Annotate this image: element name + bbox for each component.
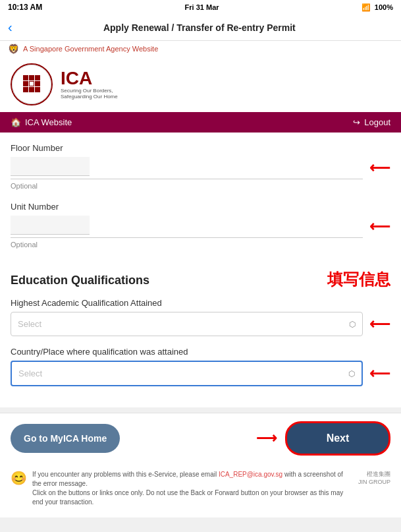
country-place-label: Country/Place where qualification was at…: [11, 347, 390, 357]
footer-email-link[interactable]: ICA_REP@ica.gov.sg: [219, 471, 282, 478]
country-select-wrapper: Select ⬡: [11, 361, 363, 386]
status-time: 10:13 AM: [8, 3, 42, 12]
country-select[interactable]: Select: [12, 362, 361, 385]
footer: 😊 If you encounter any problems with thi…: [0, 463, 401, 517]
ica-text: ICA Securing Our Borders, Safeguarding O…: [61, 69, 118, 100]
logout-label: Logout: [364, 117, 390, 127]
top-navigation: 🏠 ICA Website ↪ Logout: [0, 112, 401, 133]
next-button[interactable]: Next: [285, 421, 390, 456]
gov-banner: 🦁 A Singapore Government Agency Website: [0, 41, 401, 57]
ica-grid-icon: [23, 75, 40, 92]
smiley-icon: 😊: [11, 470, 27, 486]
unit-number-arrow: ⟵: [369, 218, 390, 235]
ica-tagline2: Safeguarding Our Home: [61, 94, 118, 100]
floor-number-input[interactable]: [11, 157, 90, 176]
ica-logo: [11, 63, 53, 105]
floor-number-hint: Optional: [11, 182, 38, 190]
country-arrow: ⟵: [369, 365, 390, 382]
next-arrow: ⟶: [256, 430, 277, 447]
ica-header: ICA Securing Our Borders, Safeguarding O…: [0, 57, 401, 112]
status-bar: 10:13 AM Fri 31 Mar 📶 100%: [0, 0, 401, 15]
annotation-text: 填写信息: [327, 269, 390, 290]
ica-tagline1: Securing Our Borders,: [61, 88, 118, 94]
form-content: Floor Number ⟵ Optional Unit Number ⟵ Op…: [0, 133, 401, 407]
floor-number-label: Floor Number: [11, 143, 390, 153]
unit-number-input[interactable]: [11, 216, 90, 235]
lion-icon: 🦁: [8, 44, 19, 54]
ica-name: ICA: [61, 69, 118, 88]
gov-banner-text: A Singapore Government Agency Website: [23, 45, 158, 53]
floor-number-arrow: ⟵: [369, 160, 390, 177]
status-icons: 📶 100%: [361, 3, 393, 12]
ica-website-label: ICA Website: [25, 117, 72, 127]
page-title: Apply Renewal / Transfer of Re-entry Per…: [19, 22, 380, 33]
logout-nav[interactable]: ↪ Logout: [353, 117, 390, 127]
nav-bar: ‹ Apply Renewal / Transfer of Re-entry P…: [0, 15, 401, 41]
battery-icon: 100%: [375, 3, 393, 11]
logout-icon: ↪: [353, 117, 360, 127]
ica-website-nav[interactable]: 🏠 ICA Website: [11, 117, 72, 127]
unit-number-label: Unit Number: [11, 202, 390, 212]
highest-qualification-select[interactable]: Select: [11, 312, 362, 336]
status-date: Fri 31 Mar: [185, 3, 219, 11]
highest-qualification-select-wrapper: Select ⬡: [11, 312, 363, 336]
unit-number-hint: Optional: [11, 241, 38, 249]
wifi-icon: 📶: [361, 3, 371, 12]
content-divider: [0, 407, 401, 413]
footer-text-1: If you encounter any problems with this …: [32, 470, 353, 488]
next-btn-row: ⟶ Next: [256, 421, 390, 456]
home-nav-icon: 🏠: [11, 117, 21, 127]
qualification-arrow: ⟵: [369, 316, 390, 333]
footer-logo: 橙進集團JIN GROUP: [358, 470, 390, 485]
highest-qualification-group: Highest Academic Qualification Attained …: [11, 298, 390, 336]
back-button[interactable]: ‹: [8, 20, 13, 35]
footer-text-2: Click on the buttons or links once only.…: [32, 488, 353, 507]
highest-qualification-label: Highest Academic Qualification Attained: [11, 298, 390, 308]
education-section-title: Education Qualifications: [11, 274, 149, 287]
unit-number-group: Unit Number ⟵ Optional: [11, 202, 390, 250]
floor-number-group: Floor Number ⟵ Optional: [11, 143, 390, 191]
country-place-group: Country/Place where qualification was at…: [11, 347, 390, 386]
education-section: Education Qualifications 填写信息 Highest Ac…: [11, 260, 390, 386]
bottom-bar: Go to MyICA Home ⟶ Next: [0, 413, 401, 463]
go-home-button[interactable]: Go to MyICA Home: [11, 424, 120, 453]
